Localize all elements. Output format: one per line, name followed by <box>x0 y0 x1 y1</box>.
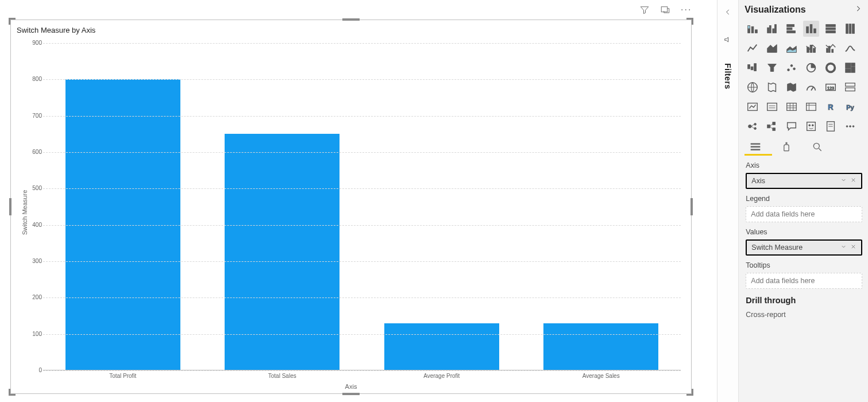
legend-well-label: Legend <box>746 195 862 203</box>
treemap-chart-icon[interactable] <box>842 60 858 76</box>
100pct-stacked-column-icon[interactable] <box>842 21 858 37</box>
multi-row-card-icon[interactable] <box>842 79 858 95</box>
filters-pane-collapsed[interactable]: Filters <box>717 0 738 402</box>
kpi-icon[interactable] <box>744 99 761 115</box>
stacked-bar-chart-icon[interactable] <box>744 21 761 37</box>
area-chart-icon[interactable] <box>764 40 780 56</box>
svg-rect-19 <box>849 24 851 34</box>
get-more-visuals-icon[interactable] <box>842 118 858 134</box>
clustered-bar-chart-icon[interactable] <box>764 21 780 37</box>
map-icon[interactable] <box>744 79 761 95</box>
decomposition-tree-icon[interactable] <box>764 118 780 134</box>
slicer-icon[interactable] <box>764 99 780 115</box>
paginated-report-icon[interactable] <box>823 118 839 134</box>
svg-rect-15 <box>826 25 836 27</box>
python-visual-icon[interactable]: Py <box>842 99 858 115</box>
line-stacked-column-icon[interactable] <box>803 40 819 56</box>
svg-rect-68 <box>773 128 776 131</box>
svg-point-75 <box>846 126 848 127</box>
shape-map-icon[interactable] <box>784 79 800 95</box>
tooltips-field-well[interactable]: Add data fields here <box>746 273 862 289</box>
remove-field-icon[interactable] <box>850 177 857 185</box>
100pct-stacked-bar-icon[interactable] <box>823 21 839 37</box>
bar[interactable] <box>225 134 340 370</box>
filter-icon[interactable] <box>639 5 650 17</box>
fields-tab-icon[interactable] <box>749 140 763 153</box>
resize-handle-top[interactable] <box>342 18 360 21</box>
svg-point-71 <box>812 125 814 126</box>
key-influencers-icon[interactable] <box>744 118 761 134</box>
clustered-column-chart-icon[interactable] <box>803 21 819 37</box>
pie-chart-icon[interactable] <box>803 60 819 76</box>
axis-field-value: Axis <box>751 177 765 185</box>
legend-field-well[interactable]: Add data fields here <box>746 206 862 222</box>
collapse-visualizations-icon[interactable] <box>854 5 862 15</box>
qa-visual-icon[interactable] <box>784 118 800 134</box>
more-options-icon[interactable]: ··· <box>681 5 692 17</box>
svg-rect-2 <box>748 26 750 29</box>
ribbon-chart-icon[interactable] <box>842 40 858 56</box>
resize-handle-left[interactable] <box>9 198 11 215</box>
x-tick-label: Total Profit <box>43 373 203 379</box>
chart-title: Switch Measure by Axis <box>17 26 95 34</box>
expand-filters-icon[interactable] <box>724 8 732 18</box>
analytics-tab-icon[interactable] <box>811 140 825 153</box>
svg-line-40 <box>811 87 813 91</box>
bookmark-icon[interactable] <box>723 35 732 46</box>
gridline <box>43 79 681 80</box>
axis-field-well[interactable]: Axis <box>746 173 862 189</box>
values-field-well[interactable]: Switch Measure <box>746 239 862 256</box>
svg-text:Py: Py <box>847 104 855 111</box>
svg-rect-49 <box>787 103 797 111</box>
chevron-down-icon[interactable] <box>840 243 847 252</box>
x-tick-label: Average Profit <box>362 373 522 379</box>
bar[interactable] <box>543 323 658 370</box>
svg-rect-14 <box>814 29 816 33</box>
stacked-hbar-chart-icon[interactable] <box>784 21 800 37</box>
report-canvas[interactable]: ··· Switch Measure by Axis Switch Measur… <box>0 0 717 402</box>
focus-mode-icon[interactable] <box>660 5 670 17</box>
waterfall-chart-icon[interactable] <box>744 60 761 76</box>
resize-handle-tr[interactable] <box>686 18 693 25</box>
card-icon[interactable]: 123 <box>823 79 839 95</box>
svg-rect-3 <box>751 26 754 33</box>
resize-handle-right[interactable] <box>690 198 693 215</box>
y-tick-label: 500 <box>27 185 42 191</box>
filled-map-icon[interactable] <box>764 79 780 95</box>
resize-handle-tl[interactable] <box>9 18 16 25</box>
stacked-area-chart-icon[interactable] <box>784 40 800 56</box>
smart-narrative-icon[interactable] <box>803 118 819 134</box>
bar[interactable] <box>384 323 499 370</box>
svg-rect-43 <box>846 83 855 87</box>
gauge-icon[interactable] <box>803 79 819 95</box>
funnel-chart-icon[interactable] <box>764 60 780 76</box>
line-clustered-column-icon[interactable] <box>823 40 839 56</box>
matrix-icon[interactable] <box>803 99 819 115</box>
svg-rect-0 <box>661 7 668 12</box>
y-tick-label: 400 <box>27 222 42 228</box>
svg-point-61 <box>754 127 757 130</box>
gridline <box>43 225 681 226</box>
tooltips-well-label: Tooltips <box>746 261 862 269</box>
scatter-chart-icon[interactable] <box>784 60 800 76</box>
y-tick-label: 600 <box>27 149 42 155</box>
remove-field-icon[interactable] <box>850 243 857 252</box>
svg-rect-16 <box>826 28 836 30</box>
svg-rect-1 <box>748 29 750 33</box>
donut-chart-icon[interactable] <box>823 60 839 76</box>
visualization-gallery: 123RPy <box>739 18 868 138</box>
r-visual-icon[interactable]: R <box>823 99 839 115</box>
table-icon[interactable] <box>784 99 800 115</box>
chart-visual[interactable]: Switch Measure by Axis Switch Measure 01… <box>10 20 692 394</box>
svg-point-31 <box>790 65 793 67</box>
svg-rect-36 <box>851 63 855 67</box>
svg-rect-13 <box>810 25 812 33</box>
resize-handle-bottom[interactable] <box>342 393 360 395</box>
svg-rect-12 <box>807 26 809 33</box>
format-tab-icon[interactable] <box>780 140 794 153</box>
chevron-down-icon[interactable] <box>840 177 847 185</box>
line-chart-icon[interactable] <box>744 40 761 56</box>
svg-rect-79 <box>751 146 761 148</box>
gridline <box>43 334 681 335</box>
svg-rect-37 <box>851 67 855 72</box>
